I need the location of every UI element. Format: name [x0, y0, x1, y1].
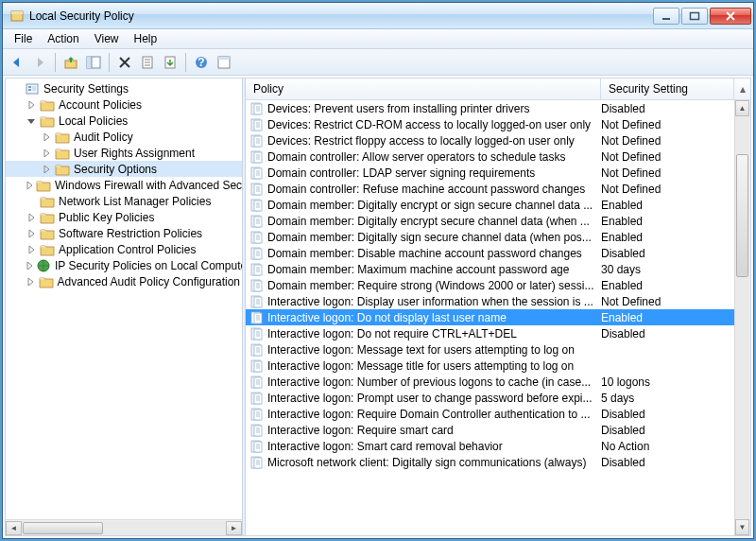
policy-row[interactable]: Devices: Restrict floppy access to local…	[246, 132, 734, 148]
tree-node-root[interactable]: Security Settings	[6, 80, 242, 96]
policy-row[interactable]: Interactive logon: Number of previous lo…	[246, 374, 734, 390]
policy-row[interactable]: Interactive logon: Require smart cardDis…	[246, 422, 734, 438]
tree-node-label: Account Policies	[57, 98, 144, 112]
close-button[interactable]	[710, 8, 751, 25]
expander-icon[interactable]	[25, 179, 34, 192]
tree-node[interactable]: Network List Manager Policies	[6, 193, 242, 209]
svg-rect-26	[37, 182, 42, 183]
policy-row[interactable]: Domain member: Require strong (Windows 2…	[246, 277, 734, 293]
expander-icon[interactable]	[25, 211, 38, 224]
expander-icon[interactable]	[25, 98, 38, 112]
column-header-policy[interactable]: Policy	[246, 79, 601, 99]
policy-row[interactable]: Domain member: Digitally encrypt secure …	[246, 213, 734, 229]
policy-icon	[249, 246, 265, 261]
tree-node[interactable]: IP Security Policies on Local Compute	[6, 257, 242, 273]
help-button[interactable]: ?	[191, 52, 212, 73]
folder-icon	[39, 274, 54, 289]
tree-node[interactable]: Advanced Audit Policy Configuration	[6, 273, 242, 289]
tree-node-label: User Rights Assignment	[72, 147, 197, 160]
menu-help[interactable]: Help	[127, 30, 165, 47]
menu-action[interactable]: Action	[40, 30, 86, 47]
policy-row[interactable]: Interactive logon: Do not display last u…	[246, 309, 734, 325]
policy-setting: Not Defined	[601, 134, 734, 148]
expander-icon[interactable]	[25, 227, 38, 240]
policy-row[interactable]: Domain controller: Allow server operator…	[246, 148, 734, 165]
svg-rect-114	[254, 361, 262, 372]
scroll-up-icon[interactable]: ▲	[735, 100, 749, 116]
svg-rect-22	[41, 117, 45, 119]
expander-icon[interactable]	[40, 147, 53, 160]
policy-row[interactable]: Domain member: Disable machine account p…	[246, 245, 734, 261]
svg-rect-99	[254, 313, 262, 323]
expander-icon[interactable]	[40, 163, 53, 176]
expander-icon[interactable]	[25, 275, 37, 288]
scroll-track[interactable]	[735, 116, 749, 519]
folder-icon	[40, 113, 55, 129]
policy-setting: Disabled	[601, 456, 734, 469]
policy-row[interactable]: Domain member: Maximum machine account p…	[246, 261, 734, 277]
svg-rect-79	[254, 249, 262, 259]
policy-row[interactable]: Interactive logon: Smart card removal be…	[246, 438, 734, 454]
policy-row[interactable]: Interactive logon: Message title for use…	[246, 358, 734, 374]
policy-row[interactable]: Microsoft network client: Digitally sign…	[246, 454, 734, 470]
folder-icon	[40, 242, 55, 257]
column-header-setting[interactable]: Security Setting	[601, 79, 734, 99]
scroll-down-icon[interactable]: ▼	[735, 519, 749, 535]
folder-icon	[40, 226, 55, 241]
tree-node[interactable]: Account Policies	[6, 96, 242, 113]
policy-row[interactable]: Interactive logon: Display user informat…	[246, 293, 734, 309]
policy-row[interactable]: Interactive logon: Require Domain Contro…	[246, 406, 734, 422]
expander-icon[interactable]	[25, 259, 34, 272]
refresh-button[interactable]	[214, 52, 234, 73]
tree-node[interactable]: Software Restriction Policies	[6, 225, 242, 241]
svg-rect-25	[56, 166, 60, 167]
back-button[interactable]	[7, 52, 27, 73]
policy-name: Domain controller: Refuse machine accoun…	[267, 183, 601, 196]
menu-view[interactable]: View	[87, 30, 127, 47]
export-list-button[interactable]	[160, 52, 180, 73]
tree-node[interactable]: User Rights Assignment	[6, 145, 242, 161]
policy-row[interactable]: Domain controller: Refuse machine accoun…	[246, 181, 734, 197]
list-vertical-scrollbar[interactable]: ▲ ▼	[734, 100, 750, 535]
menu-file[interactable]: File	[7, 30, 40, 47]
policy-row[interactable]: Domain member: Digitally encrypt or sign…	[246, 197, 734, 213]
policy-row[interactable]: Domain controller: LDAP server signing r…	[246, 165, 734, 181]
tree-node[interactable]: Security Options	[6, 161, 242, 177]
scroll-thumb[interactable]	[23, 522, 103, 534]
delete-button[interactable]	[114, 52, 135, 73]
tree-node[interactable]: Windows Firewall with Advanced Secu	[6, 177, 242, 193]
policy-icon	[249, 101, 265, 116]
expander-icon[interactable]	[25, 243, 38, 256]
tree-node[interactable]: Audit Policy	[6, 129, 242, 145]
svg-rect-32	[40, 278, 44, 280]
policy-row[interactable]: Interactive logon: Prompt user to change…	[246, 390, 734, 406]
policy-row[interactable]: Interactive logon: Do not require CTRL+A…	[246, 325, 734, 341]
policy-row[interactable]: Domain member: Digitally sign secure cha…	[246, 229, 734, 245]
up-button[interactable]	[60, 52, 81, 73]
scroll-right-icon[interactable]: ►	[226, 521, 242, 535]
scroll-thumb[interactable]	[736, 154, 748, 277]
tree-node[interactable]: Application Control Policies	[6, 241, 242, 257]
maximize-button[interactable]	[681, 8, 708, 25]
tree-node[interactable]: Public Key Policies	[6, 209, 242, 225]
policy-setting: Enabled	[601, 199, 734, 212]
scroll-left-icon[interactable]: ◄	[6, 521, 22, 535]
scroll-track[interactable]	[22, 521, 226, 535]
window-title: Local Security Policy	[29, 9, 651, 23]
policy-row[interactable]: Interactive logon: Message text for user…	[246, 341, 734, 358]
titlebar[interactable]: Local Security Policy	[3, 3, 753, 29]
policy-row[interactable]: Devices: Restrict CD-ROM access to local…	[246, 116, 734, 132]
tree-node[interactable]: Local Policies	[6, 113, 242, 129]
minimize-button[interactable]	[653, 8, 679, 25]
policy-row[interactable]: Devices: Prevent users from installing p…	[246, 100, 734, 116]
column-header-overflow[interactable]: ▴	[734, 79, 750, 99]
toolbar: ?	[3, 49, 753, 76]
expander-icon[interactable]	[25, 114, 38, 128]
tree-horizontal-scrollbar[interactable]: ◄ ►	[6, 519, 242, 535]
list-pane: Policy Security Setting ▴ Devices: Preve…	[246, 79, 750, 535]
expander-icon[interactable]	[40, 131, 53, 144]
policy-icon	[249, 375, 265, 390]
show-hide-tree-button[interactable]	[83, 52, 104, 73]
forward-button[interactable]	[29, 52, 50, 73]
properties-button[interactable]	[137, 52, 158, 73]
